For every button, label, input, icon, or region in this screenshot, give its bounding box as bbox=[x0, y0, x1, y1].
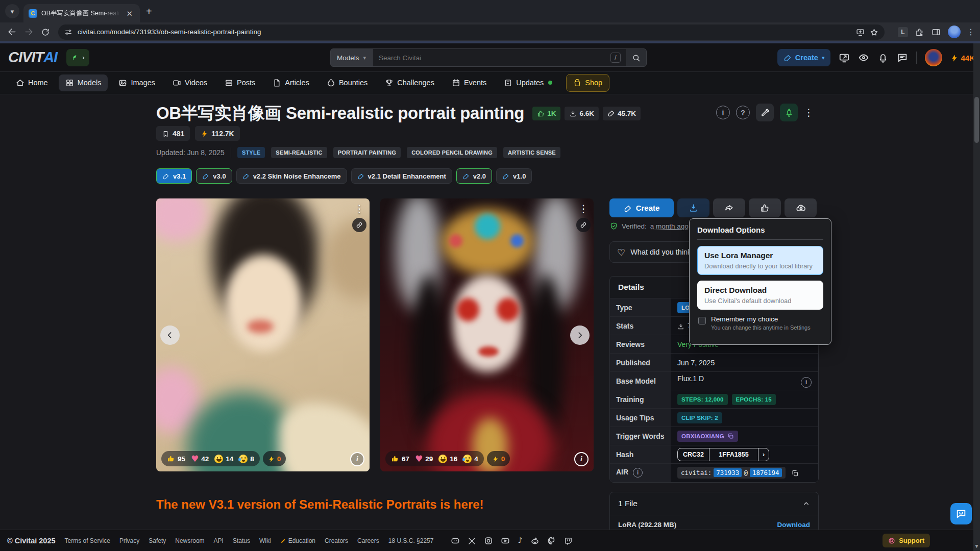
extensions-puzzle-icon[interactable] bbox=[915, 28, 924, 37]
tag[interactable]: SEMI-REALISTIC bbox=[271, 147, 327, 158]
search-input[interactable] bbox=[378, 54, 610, 62]
scrollbar-thumb[interactable] bbox=[974, 97, 979, 143]
tab-search-button[interactable]: ▾ bbox=[5, 4, 19, 18]
reddit-icon[interactable] bbox=[530, 536, 540, 545]
footer-link-creators[interactable]: Creators bbox=[325, 537, 348, 544]
generations-badge[interactable]: 45.7K bbox=[603, 107, 641, 120]
vault-button[interactable] bbox=[785, 198, 817, 217]
instagram-icon[interactable] bbox=[484, 536, 493, 545]
option-direct-download[interactable]: Direct Download Use Civitai's default do… bbox=[697, 281, 823, 310]
chat-icon[interactable] bbox=[897, 52, 908, 63]
promo-badge[interactable]: › bbox=[66, 49, 89, 66]
footer-link-terms[interactable]: Terms of Service bbox=[65, 537, 110, 544]
page-scrollbar[interactable]: ▼ bbox=[973, 43, 980, 551]
scrollbar-down-arrow[interactable]: ▼ bbox=[973, 543, 980, 549]
downloads-badge[interactable]: 6.6K bbox=[565, 107, 599, 120]
version-tab-v1-0[interactable]: v1.0 bbox=[496, 168, 532, 184]
tag[interactable]: ARTISTIC SENSE bbox=[503, 147, 560, 158]
trigger-word-badge[interactable]: OBXIAOXIANG bbox=[677, 431, 738, 442]
footer-link-education[interactable]: Education bbox=[280, 537, 315, 544]
browser-menu-icon[interactable]: ⋮ bbox=[967, 27, 975, 37]
version-tab-v2-0[interactable]: v2.0 bbox=[456, 168, 492, 184]
gallery-prev-button[interactable] bbox=[160, 325, 180, 345]
reaction-cry[interactable]: 4 bbox=[463, 455, 478, 463]
nav-item-posts[interactable]: Posts bbox=[218, 74, 262, 92]
generation-monitor-icon[interactable] bbox=[839, 52, 850, 63]
hash-pill[interactable]: CRC32 1FFA1855 › bbox=[677, 448, 769, 461]
nav-item-articles[interactable]: Articles bbox=[266, 74, 316, 92]
nav-item-videos[interactable]: Videos bbox=[166, 74, 214, 92]
site-settings-icon[interactable] bbox=[64, 28, 72, 37]
tools-button[interactable] bbox=[756, 104, 774, 121]
support-button[interactable]: Support bbox=[883, 534, 930, 547]
user-avatar[interactable] bbox=[925, 49, 942, 66]
search-category-select[interactable]: Models ▾ bbox=[330, 48, 372, 67]
url-bar[interactable]: civitai.com/models/731933/ob-semi-realis… bbox=[58, 24, 885, 40]
reaction-like[interactable]: 67 bbox=[391, 455, 409, 463]
version-tab-v2-2[interactable]: v2.2 Skin Noise Enhanceme bbox=[236, 168, 347, 184]
image-info-icon[interactable]: i bbox=[350, 452, 364, 466]
gallery-image-2[interactable]: ⋮ 67 ♥29 16 4 0 i bbox=[380, 198, 594, 471]
nav-item-updates[interactable]: Updates bbox=[497, 74, 559, 92]
footer-link-status[interactable]: Status bbox=[233, 537, 250, 544]
remember-checkbox[interactable] bbox=[698, 317, 706, 324]
browser-profile-avatar[interactable] bbox=[948, 26, 961, 38]
footer-link-api[interactable]: API bbox=[214, 537, 224, 544]
tag-style[interactable]: STYLE bbox=[237, 147, 265, 158]
chevron-right-icon[interactable]: › bbox=[758, 448, 769, 461]
nav-item-home[interactable]: Home bbox=[9, 74, 55, 92]
reaction-heart[interactable]: ♥42 bbox=[191, 455, 209, 463]
save-page-icon[interactable] bbox=[856, 27, 865, 36]
version-tab-v3-0[interactable]: v3.0 bbox=[196, 168, 232, 184]
footer-link-privacy[interactable]: Privacy bbox=[119, 537, 139, 544]
option-lora-manager[interactable]: Use Lora Manager Download directly to yo… bbox=[697, 246, 823, 275]
discord-icon[interactable] bbox=[451, 536, 460, 545]
footer-link-2257[interactable]: 18 U.S.C. §2257 bbox=[388, 537, 434, 544]
footer-link-careers[interactable]: Careers bbox=[357, 537, 379, 544]
footer-link-newsroom[interactable]: Newsroom bbox=[175, 537, 204, 544]
image-info-icon[interactable]: i bbox=[574, 452, 589, 466]
forward-button[interactable] bbox=[24, 27, 34, 37]
bookmark-star-icon[interactable] bbox=[870, 27, 878, 36]
github-icon[interactable] bbox=[547, 536, 556, 545]
twitch-icon[interactable] bbox=[564, 536, 573, 545]
nav-item-bounties[interactable]: Bounties bbox=[320, 74, 374, 92]
bell-icon[interactable] bbox=[877, 52, 889, 63]
reaction-laugh[interactable]: 16 bbox=[438, 455, 457, 463]
download-button[interactable] bbox=[677, 198, 709, 217]
x-icon[interactable] bbox=[468, 536, 476, 545]
gallery-image-1[interactable]: ⋮ 95 ♥42 14 8 0 i bbox=[156, 198, 370, 471]
share-button[interactable] bbox=[713, 198, 745, 217]
tiktok-icon[interactable]: ♪ bbox=[518, 536, 523, 545]
image-link-icon[interactable] bbox=[352, 218, 366, 232]
youtube-icon[interactable] bbox=[501, 536, 510, 545]
copy-icon[interactable] bbox=[727, 433, 734, 439]
help-icon[interactable]: ? bbox=[736, 106, 750, 119]
collapse-chevron-icon[interactable] bbox=[802, 499, 810, 508]
image-menu-icon[interactable]: ⋮ bbox=[354, 203, 364, 215]
reaction-cry[interactable]: 8 bbox=[239, 455, 254, 463]
create-button[interactable]: Create bbox=[609, 198, 674, 217]
nav-item-challenges[interactable]: Challenges bbox=[378, 74, 441, 92]
footer-link-wiki[interactable]: Wiki bbox=[259, 537, 271, 544]
more-menu-icon[interactable]: ⋮ bbox=[804, 107, 814, 118]
bookmarks-pill[interactable]: 481 bbox=[156, 126, 190, 141]
search-button[interactable] bbox=[626, 48, 647, 67]
nav-item-images[interactable]: Images bbox=[112, 74, 162, 92]
energy-balance[interactable]: 44K bbox=[950, 53, 975, 62]
file-download-link[interactable]: Download bbox=[777, 521, 811, 529]
copy-icon[interactable] bbox=[791, 468, 799, 477]
energy-pill[interactable]: 112.7K bbox=[195, 126, 239, 141]
reload-button[interactable] bbox=[41, 28, 50, 37]
nav-item-shop[interactable]: Shop bbox=[566, 74, 609, 92]
tag[interactable]: PORTRAIT PAINTING bbox=[333, 147, 401, 158]
version-tab-v2-1[interactable]: v2.1 Detail Enhancement bbox=[351, 168, 452, 184]
browser-tab[interactable]: C OB半写实肖像画 Semi-realisti ✕ bbox=[23, 4, 140, 22]
image-link-icon[interactable] bbox=[576, 218, 591, 232]
info-icon[interactable]: i bbox=[801, 377, 812, 388]
footer-link-safety[interactable]: Safety bbox=[149, 537, 166, 544]
reaction-zap[interactable]: 0 bbox=[487, 451, 510, 466]
new-tab-button[interactable]: + bbox=[146, 6, 152, 17]
version-tab-v3-1[interactable]: v3.1 bbox=[156, 168, 192, 184]
header-create-button[interactable]: Create ▾ bbox=[777, 49, 831, 66]
